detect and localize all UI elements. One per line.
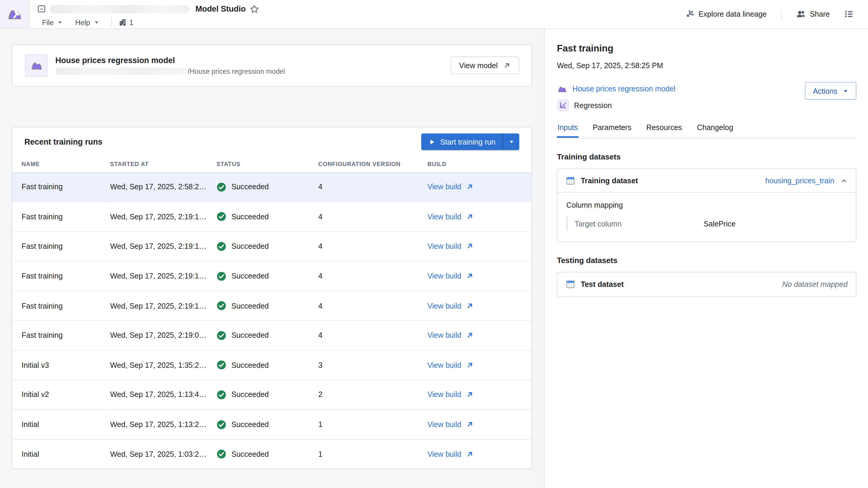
run-status: Succeeded xyxy=(217,232,318,261)
run-config-version: 4 xyxy=(318,261,428,291)
run-started-at: Wed, Sep 17, 2025, 1:13:2… xyxy=(110,410,216,439)
table-row[interactable]: Fast training Wed, Sep 17, 2025, 2:19:1…… xyxy=(12,291,532,321)
tab-inputs[interactable]: Inputs xyxy=(557,123,578,138)
table-row[interactable]: Fast training Wed, Sep 17, 2025, 2:19:1…… xyxy=(12,232,532,261)
view-build-link[interactable]: View build xyxy=(428,421,474,429)
run-status-label: Succeeded xyxy=(231,212,269,221)
model-link[interactable]: House prices regression model xyxy=(572,85,675,93)
run-name: Initial xyxy=(12,410,110,439)
model-path: /House prices regression model xyxy=(55,67,451,75)
run-build: View build xyxy=(428,291,532,321)
run-detail-timestamp: Wed, Sep 17, 2025, 2:58:25 PM xyxy=(557,62,857,70)
run-config-version: 2 xyxy=(318,380,428,410)
header-main: Model Studio File Help xyxy=(29,0,680,28)
file-menu[interactable]: File xyxy=(37,17,68,28)
training-runs-table-body: Fast training Wed, Sep 17, 2025, 2:58:2…… xyxy=(12,172,532,469)
arrow-top-right-icon xyxy=(466,242,474,250)
explore-data-lineage-button[interactable]: Explore data lineage xyxy=(680,6,771,22)
run-status-label: Succeeded xyxy=(231,183,269,191)
table-row[interactable]: Fast training Wed, Sep 17, 2025, 2:19:0…… xyxy=(12,321,532,350)
training-runs-title: Recent training runs xyxy=(24,138,102,146)
run-status-label: Succeeded xyxy=(231,391,269,399)
target-column-row: Target column SalePrice xyxy=(566,217,847,231)
start-training-run-split-button: Start training run xyxy=(422,133,519,150)
run-build: View build xyxy=(428,261,532,291)
scatter-chart-icon xyxy=(559,101,567,109)
building-icon xyxy=(118,18,127,26)
table-row[interactable]: Initial v2 Wed, Sep 17, 2025, 1:13:4… Su… xyxy=(12,380,532,410)
table-row[interactable]: Fast training Wed, Sep 17, 2025, 2:19:1…… xyxy=(12,202,532,232)
model-path-suffix: /House prices regression model xyxy=(188,67,285,75)
start-training-run-caret-button[interactable] xyxy=(503,133,519,150)
training-runs-header: Recent training runs Start training run xyxy=(12,127,532,156)
tab-changelog[interactable]: Changelog xyxy=(696,123,734,138)
run-detail-title: Fast training xyxy=(557,43,857,54)
view-build-link[interactable]: View build xyxy=(428,272,474,280)
view-build-link[interactable]: View build xyxy=(428,242,474,250)
target-column-value: SalePrice xyxy=(704,220,736,228)
model-mountain-icon xyxy=(557,84,567,94)
run-started-at: Wed, Sep 17, 2025, 2:58:2… xyxy=(110,172,216,202)
help-menu[interactable]: Help xyxy=(70,17,104,28)
chevron-up-icon[interactable] xyxy=(840,177,847,184)
run-status-label: Succeeded xyxy=(231,361,269,369)
table-row[interactable]: Initial Wed, Sep 17, 2025, 1:03:2… Succe… xyxy=(12,439,532,469)
run-started-at: Wed, Sep 17, 2025, 2:19:1… xyxy=(110,261,216,291)
run-status: Succeeded xyxy=(217,261,318,291)
run-status-label: Succeeded xyxy=(231,272,269,280)
view-build-link[interactable]: View build xyxy=(428,302,474,310)
view-build-label: View build xyxy=(428,302,461,310)
view-build-label: View build xyxy=(428,272,461,280)
start-training-run-label: Start training run xyxy=(440,138,496,146)
menu-bar: File Help xyxy=(37,16,680,29)
start-training-run-button[interactable]: Start training run xyxy=(422,133,503,150)
arrow-top-right-icon xyxy=(466,421,474,429)
run-build: View build xyxy=(428,202,532,232)
view-build-link[interactable]: View build xyxy=(428,450,474,459)
caret-down-icon xyxy=(93,19,99,25)
dataset-table-icon xyxy=(566,176,575,185)
run-status: Succeeded xyxy=(217,439,318,469)
table-row[interactable]: Initial v3 Wed, Sep 17, 2025, 1:35:2… Su… xyxy=(12,350,532,380)
view-build-link[interactable]: View build xyxy=(428,361,474,369)
check-circle-icon xyxy=(217,449,226,459)
run-build: View build xyxy=(428,350,532,380)
tab-parameters[interactable]: Parameters xyxy=(592,123,632,138)
workspace-count[interactable]: 1 xyxy=(118,18,133,26)
run-build: View build xyxy=(428,172,532,202)
column-header-build: BUILD xyxy=(428,156,532,172)
model-summary-card: House prices regression model /House pri… xyxy=(11,44,532,86)
column-header-name: NAME xyxy=(12,156,110,172)
actions-button[interactable]: Actions xyxy=(805,82,857,100)
run-started-at: Wed, Sep 17, 2025, 2:19:1… xyxy=(110,291,216,321)
training-runs-card: Recent training runs Start training run xyxy=(11,127,532,469)
run-build: View build xyxy=(428,321,532,350)
app-root: Model Studio File Help xyxy=(0,0,868,488)
run-status-label: Succeeded xyxy=(231,242,269,250)
favorite-star-icon[interactable] xyxy=(250,4,259,14)
training-dataset-link[interactable]: housing_prices_train xyxy=(765,177,834,185)
app-logo-strip[interactable] xyxy=(0,0,29,28)
view-build-link[interactable]: View build xyxy=(428,331,474,339)
run-name: Initial v2 xyxy=(12,380,110,410)
arrow-top-right-icon xyxy=(466,212,474,221)
testing-datasets-heading: Testing datasets xyxy=(557,256,857,265)
view-build-link[interactable]: View build xyxy=(428,391,474,399)
table-row[interactable]: Fast training Wed, Sep 17, 2025, 2:58:2…… xyxy=(12,172,532,202)
run-build: View build xyxy=(428,232,532,261)
check-circle-icon xyxy=(217,301,226,311)
share-button[interactable]: Share xyxy=(792,6,834,22)
caret-down-icon xyxy=(508,139,514,145)
people-icon xyxy=(796,9,806,19)
view-build-link[interactable]: View build xyxy=(428,183,474,191)
view-build-link[interactable]: View build xyxy=(428,212,474,221)
main-content: House prices regression model /House pri… xyxy=(0,29,544,488)
data-lineage-icon xyxy=(685,9,694,19)
table-row[interactable]: Fast training Wed, Sep 17, 2025, 2:19:1…… xyxy=(12,261,532,291)
test-dataset-card: Test dataset No dataset mapped xyxy=(557,272,857,297)
run-started-at: Wed, Sep 17, 2025, 2:19:1… xyxy=(110,202,216,232)
view-model-button[interactable]: View model xyxy=(451,57,519,74)
properties-list-button[interactable] xyxy=(840,6,858,22)
tab-resources[interactable]: Resources xyxy=(646,123,683,138)
table-row[interactable]: Initial Wed, Sep 17, 2025, 1:13:2… Succe… xyxy=(12,410,532,439)
